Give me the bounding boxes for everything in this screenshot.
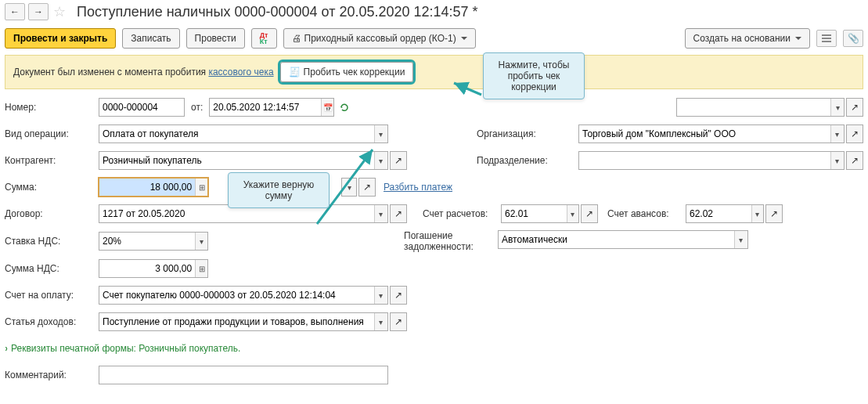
dropdown-icon[interactable]: ▾ <box>374 313 387 330</box>
dropdown-icon[interactable]: ▾ <box>830 99 844 116</box>
registers-icon-button[interactable] <box>816 30 837 47</box>
extra-field[interactable] <box>677 99 830 116</box>
settlement-acc-input[interactable] <box>502 205 567 222</box>
sum-input[interactable] <box>99 179 195 196</box>
dropdown-icon[interactable]: ▾ <box>734 231 747 248</box>
settlement-open-button[interactable]: ↗ <box>581 204 598 223</box>
dropdown-icon[interactable]: ▾ <box>374 125 387 142</box>
printer-icon: 🖨 <box>292 33 301 44</box>
dropdown-icon[interactable]: ▾ <box>751 205 763 222</box>
print-ko1-button[interactable]: 🖨Приходный кассовый ордер (КО-1) <box>283 28 476 49</box>
forward-button[interactable]: → <box>28 3 49 20</box>
organization-input[interactable] <box>579 125 830 142</box>
write-button[interactable]: Записать <box>122 28 179 49</box>
cash-receipt-link[interactable]: кассового чека <box>208 67 273 78</box>
sum-callout: Укажите верную сумму <box>228 172 330 208</box>
label-vat-sum: Сумма НДС: <box>5 263 99 274</box>
income-item-input[interactable] <box>99 313 374 330</box>
label-contract: Договор: <box>5 208 99 219</box>
dropdown-icon[interactable]: ▾ <box>567 205 578 222</box>
refresh-icon[interactable] <box>336 98 353 117</box>
advance-acc-input[interactable] <box>686 205 751 222</box>
label-income-item: Статья доходов: <box>5 316 99 327</box>
counterparty-input[interactable] <box>99 152 374 169</box>
post-and-close-button[interactable]: Провести и закрыть <box>5 28 116 49</box>
label-number: Номер: <box>5 102 99 113</box>
number-input[interactable] <box>99 99 184 116</box>
label-counterparty: Контрагент: <box>5 155 99 166</box>
label-department: Подразделение: <box>477 155 578 166</box>
star-icon[interactable]: ☆ <box>52 3 67 20</box>
svg-rect-1 <box>822 38 831 39</box>
back-button[interactable]: ← <box>5 3 25 20</box>
notice-bar: Документ был изменен с момента пробития … <box>5 55 863 89</box>
contract-open-button[interactable]: ↗ <box>390 204 407 223</box>
label-invoice: Счет на оплату: <box>5 290 99 301</box>
currency-open-button[interactable]: ↗ <box>358 178 376 197</box>
split-payment-link[interactable]: Разбить платеж <box>384 182 452 193</box>
calendar-icon[interactable]: 📅 <box>321 99 333 116</box>
notice-text: Документ был изменен с момента пробития … <box>13 67 274 78</box>
department-input[interactable] <box>579 152 830 169</box>
label-debt-repay: Погашение задолженности: <box>404 230 498 252</box>
advance-open-button[interactable]: ↗ <box>765 204 783 223</box>
dropdown-icon[interactable]: ▾ <box>830 152 844 169</box>
receipt-icon: 🧾 <box>289 67 301 78</box>
income-item-open-button[interactable]: ↗ <box>390 312 407 331</box>
create-based-button[interactable]: Создать на основании <box>685 28 811 49</box>
date-input[interactable] <box>210 99 321 116</box>
dropdown-icon[interactable]: ▾ <box>830 125 844 142</box>
debt-repay-input[interactable] <box>499 231 734 248</box>
label-settlement-acc: Счет расчетов: <box>423 208 501 219</box>
label-from: от: <box>191 102 203 113</box>
vat-rate-input[interactable] <box>99 233 195 250</box>
dtkr-icon: ДтКт <box>260 32 268 45</box>
label-sum: Сумма: <box>5 182 99 193</box>
invoice-input[interactable] <box>99 287 374 304</box>
svg-rect-0 <box>822 34 831 36</box>
counterparty-open-button[interactable]: ↗ <box>390 151 407 170</box>
label-op-type: Вид операции: <box>5 128 99 139</box>
label-organization: Организация: <box>477 128 578 139</box>
dropdown-icon[interactable]: ▾ <box>342 179 356 196</box>
open-ext-button[interactable]: ↗ <box>846 98 863 117</box>
post-button[interactable]: Провести <box>186 28 245 49</box>
correction-callout: Нажмите, чтобы пробить чек коррекции <box>483 52 585 99</box>
svg-rect-2 <box>822 41 831 42</box>
calculator-icon[interactable]: ⊞ <box>195 179 207 196</box>
dropdown-icon[interactable]: ▾ <box>195 233 207 250</box>
page-title: Поступление наличных 0000-000004 от 20.0… <box>77 4 478 20</box>
vat-sum-input[interactable] <box>99 260 195 277</box>
department-open-button[interactable]: ↗ <box>846 151 863 170</box>
calculator-icon[interactable]: ⊞ <box>195 260 207 277</box>
dropdown-icon[interactable]: ▾ <box>374 152 387 169</box>
label-vat-rate: Ставка НДС: <box>5 236 99 247</box>
print-correction-check-button[interactable]: 🧾Пробить чек коррекции <box>280 62 414 82</box>
attachments-button[interactable]: 📎 <box>843 30 863 47</box>
label-advance-acc: Счет авансов: <box>607 208 686 219</box>
dropdown-icon[interactable]: ▾ <box>374 205 387 222</box>
invoice-open-button[interactable]: ↗ <box>390 286 407 305</box>
op-type-input[interactable] <box>99 125 374 142</box>
comment-input[interactable] <box>99 366 387 384</box>
label-comment: Комментарий: <box>5 370 99 381</box>
print-props-link[interactable]: Реквизиты печатной формы: Розничный поку… <box>5 343 240 354</box>
dropdown-icon[interactable]: ▾ <box>374 287 387 304</box>
organization-open-button[interactable]: ↗ <box>846 124 863 143</box>
dt-kt-button[interactable]: ДтКт <box>251 28 277 49</box>
